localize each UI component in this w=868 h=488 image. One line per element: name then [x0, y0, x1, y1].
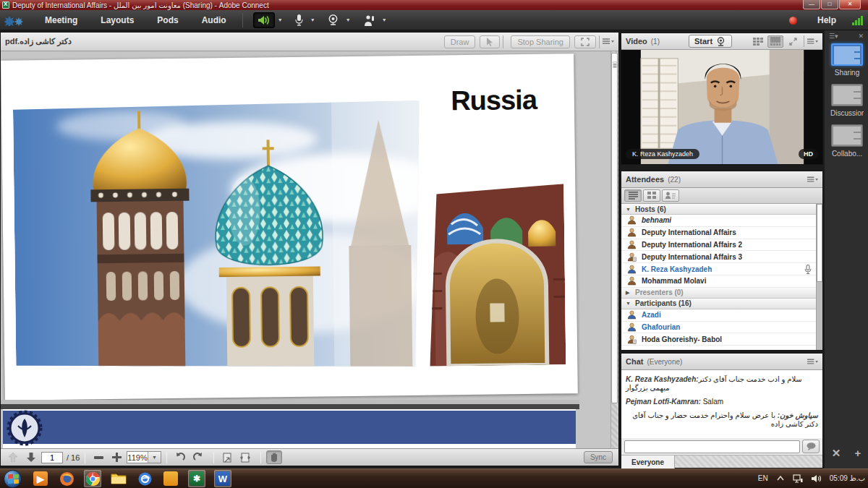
- page-up-icon[interactable]: [5, 450, 21, 464]
- scrollbar-thumb[interactable]: [611, 53, 618, 403]
- tray-clock[interactable]: ب.ظ 05:09: [830, 474, 865, 482]
- layout-thumbnail[interactable]: [831, 43, 863, 66]
- send-message-button[interactable]: [802, 440, 820, 453]
- notes-app-icon[interactable]: [162, 470, 179, 487]
- stop-sharing-button[interactable]: Stop Sharing: [511, 35, 570, 48]
- help-menu[interactable]: Help: [817, 15, 836, 25]
- pointer-button[interactable]: [480, 35, 500, 48]
- video-pod-title: Video: [626, 37, 647, 46]
- attendee-row[interactable]: behnami: [621, 215, 822, 227]
- layout-item-sharing[interactable]: Sharing: [830, 43, 864, 77]
- draw-button[interactable]: Draw: [444, 35, 476, 48]
- attendee-row[interactable]: Ghafourian: [621, 322, 822, 334]
- layout-item-collabo[interactable]: Collabo...: [830, 124, 864, 158]
- attendee-row[interactable]: Deputy International Affairs 2: [621, 239, 822, 252]
- list-view-icon[interactable]: [624, 189, 642, 202]
- speaker-button[interactable]: [253, 12, 275, 28]
- microphone-dropdown[interactable]: ▼: [308, 12, 318, 28]
- start-button[interactable]: [4, 470, 22, 488]
- pod-menu-icon[interactable]: [807, 38, 818, 45]
- attendee-row[interactable]: Hoda Ghoreishy- Babol: [621, 333, 822, 346]
- hidden-icons-arrow[interactable]: [777, 476, 784, 481]
- chat-sender: سیاوش خون:: [778, 411, 818, 419]
- pod-menu-icon[interactable]: [807, 359, 818, 365]
- layout-label: Collabo...: [830, 150, 864, 158]
- attendee-row[interactable]: Deputy International Affairs 3: [621, 251, 822, 263]
- attendee-avatar-icon: [627, 276, 637, 286]
- breakout-view-icon[interactable]: [662, 189, 679, 202]
- layout-thumbnail[interactable]: [831, 84, 863, 106]
- section-hosts[interactable]: ▼Hosts (6): [621, 204, 822, 215]
- document-scrollbar[interactable]: [610, 51, 618, 450]
- fullscreen-icon[interactable]: [785, 35, 801, 48]
- chrome-icon[interactable]: [84, 470, 101, 487]
- layout-item-discussion[interactable]: Discussion: [830, 84, 864, 117]
- attendee-avatar-icon: [627, 215, 637, 225]
- rail-menu-icon[interactable]: ☰▾: [829, 33, 838, 40]
- maximize-button[interactable]: □: [821, 0, 838, 9]
- close-button[interactable]: ✕: [839, 0, 861, 9]
- rotate-cw-icon[interactable]: [190, 450, 206, 464]
- pod-menu-icon[interactable]: [807, 176, 818, 183]
- attendee-name: Mohammad Molavi: [642, 277, 706, 285]
- menu-audio[interactable]: Audio: [190, 10, 238, 30]
- fit-page-icon[interactable]: [219, 450, 235, 464]
- network-icon[interactable]: [793, 474, 803, 483]
- tray-language[interactable]: EN: [758, 474, 768, 482]
- media-player-icon[interactable]: ▶: [32, 470, 49, 487]
- page-down-icon[interactable]: [23, 450, 39, 464]
- start-webcam-button[interactable]: Start: [689, 35, 732, 48]
- attendees-scrollbar[interactable]: [816, 204, 822, 350]
- fullscreen-button[interactable]: [574, 35, 596, 48]
- filmstrip-view-icon[interactable]: [767, 35, 783, 48]
- raise-hand-dropdown[interactable]: ▼: [380, 12, 389, 28]
- speaker-dropdown[interactable]: ▼: [276, 12, 285, 28]
- section-presenters[interactable]: ▶Presenters (0): [621, 288, 822, 299]
- chat-input[interactable]: [624, 440, 800, 453]
- menu-meeting[interactable]: Meeting: [33, 10, 89, 30]
- layout-thumbnail[interactable]: [831, 124, 863, 147]
- zoom-out-icon[interactable]: [90, 450, 106, 464]
- firefox-icon[interactable]: [58, 470, 75, 487]
- volume-icon[interactable]: [812, 474, 821, 483]
- section-participants[interactable]: ▼Participants (16): [621, 299, 822, 309]
- share-pod: دکتر کاشی زاده.pdf Draw Stop Sharing Rus…: [0, 32, 619, 466]
- layout-label: Sharing: [830, 69, 864, 77]
- rail-close-icon[interactable]: ✕: [858, 33, 864, 40]
- divider: [213, 452, 214, 463]
- grid-view-icon[interactable]: [643, 189, 660, 202]
- tab-everyone[interactable]: Everyone: [621, 455, 675, 468]
- attendee-avatar-icon: [627, 240, 637, 249]
- webcam-dropdown[interactable]: ▼: [344, 12, 353, 28]
- file-explorer-icon[interactable]: [110, 470, 127, 487]
- attendee-row[interactable]: Azadi: [621, 309, 822, 322]
- page-number-input[interactable]: [41, 452, 63, 463]
- grid-view-icon[interactable]: [750, 35, 766, 48]
- zoom-level-select[interactable]: 119%▼: [127, 451, 161, 463]
- menu-layouts[interactable]: Layouts: [89, 10, 145, 30]
- fit-width-icon[interactable]: [237, 450, 253, 464]
- hand-tool-icon[interactable]: [266, 450, 282, 464]
- delete-layout-icon[interactable]: ✕: [832, 447, 841, 460]
- minimize-button[interactable]: —: [803, 0, 820, 9]
- adobe-connect-icon[interactable]: ✱: [188, 470, 205, 487]
- zoom-in-icon[interactable]: [109, 450, 124, 464]
- rotate-ccw-icon[interactable]: [172, 450, 188, 464]
- university-logo: [6, 410, 43, 446]
- chevron-down-icon[interactable]: ▼: [148, 452, 161, 463]
- menu-bar: MeetingLayoutsPodsAudio ▼ ▼ ▼ ▼: [0, 10, 868, 30]
- raise-hand-button[interactable]: [359, 12, 379, 28]
- webcam-button[interactable]: [323, 12, 343, 28]
- scrollbar-thumb[interactable]: [817, 204, 822, 282]
- attendee-row[interactable]: Mohammad Molavi: [621, 275, 822, 288]
- attendee-name: Deputy International Affairs: [642, 228, 736, 236]
- attendee-row[interactable]: K. Reza Kashyzadeh: [621, 263, 822, 275]
- menu-pods[interactable]: Pods: [145, 10, 190, 30]
- add-layout-icon[interactable]: +: [855, 447, 861, 460]
- microphone-button[interactable]: [291, 12, 307, 28]
- attendee-row[interactable]: Deputy International Affairs: [621, 227, 822, 239]
- pod-menu-icon[interactable]: [603, 38, 614, 45]
- sync-button[interactable]: Sync: [584, 451, 613, 463]
- internet-explorer-icon[interactable]: [136, 470, 153, 487]
- word-icon[interactable]: W: [214, 470, 231, 487]
